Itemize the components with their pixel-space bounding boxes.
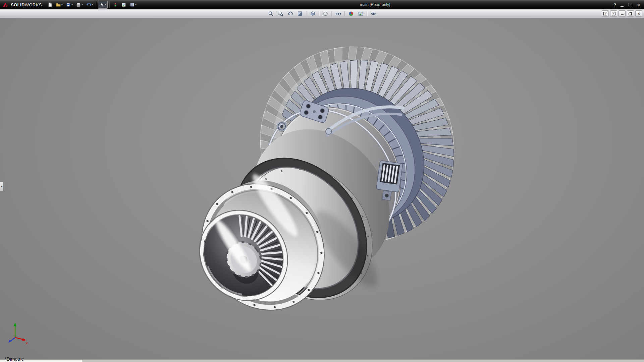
headsup-separator (319, 11, 319, 16)
save-dropdown-caret[interactable]: ▾ (71, 3, 73, 6)
new-document-button[interactable] (46, 1, 54, 9)
open-dropdown-caret[interactable]: ▾ (61, 3, 63, 6)
rebuild-button[interactable] (111, 1, 119, 9)
brand-works: WORKS (25, 2, 42, 7)
previous-document-icon: ◂ (603, 12, 607, 15)
save-icon (66, 2, 71, 7)
toolbar-row: ◂ ▸ × (0, 9, 644, 18)
close-icon: × (637, 2, 640, 7)
previous-view-icon (287, 11, 293, 17)
rebuild-traffic-light-icon (113, 2, 118, 7)
previous-view-button[interactable] (286, 10, 295, 18)
titlebar: SOLIDWORKS ▾ (0, 0, 644, 9)
minimize-icon (621, 3, 624, 7)
solidworks-logo-icon (2, 2, 9, 8)
minimize-button[interactable] (619, 2, 625, 7)
minimize-document-icon (621, 12, 624, 15)
feature-manager-collapsed-handle[interactable]: ◂▸ (0, 182, 3, 192)
headsup-separator (367, 11, 367, 16)
minimize-document-button[interactable] (619, 10, 626, 17)
maximize-icon (629, 3, 632, 6)
section-view-button[interactable] (296, 10, 305, 18)
zoom-to-area-button[interactable] (276, 10, 285, 18)
engine-model-canvas[interactable] (0, 18, 644, 362)
next-document-icon: ▸ (612, 12, 615, 15)
triad-y-arrowhead (14, 323, 16, 326)
restore-document-button[interactable] (627, 10, 634, 17)
hide-show-items-button[interactable] (334, 10, 343, 18)
window-controls: ? × (612, 2, 644, 7)
heads-up-view-toolbar (266, 10, 378, 18)
solidworks-logo: SOLIDWORKS (0, 2, 46, 8)
solidworks-window: SOLIDWORKS ▾ (0, 0, 644, 362)
undo-button[interactable]: ▾ (85, 1, 94, 9)
main-toolbar: ▾ ▾ ▾ (46, 1, 138, 9)
triad-x-label: x (26, 341, 28, 345)
pipe-elbow (326, 128, 332, 134)
file-properties-icon (129, 2, 135, 7)
headsup-separator (332, 11, 332, 16)
print-button[interactable]: ▾ (74, 1, 84, 9)
view-orientation-button[interactable] (308, 10, 317, 18)
undo-dropdown-caret[interactable]: ▾ (92, 3, 93, 6)
view-orientation-label: *Dimetric (5, 356, 24, 362)
select-dropdown-caret[interactable]: ▾ (105, 3, 106, 6)
brand-text: SOLIDWORKS (11, 2, 42, 7)
headsup-separator (344, 11, 345, 16)
document-title: main [Read-only] (138, 2, 612, 7)
apply-scene-button[interactable] (356, 10, 365, 18)
view-orientation-cube-icon (310, 11, 316, 17)
print-icon (76, 2, 81, 7)
reference-triad: x (1, 322, 30, 348)
graphics-viewport[interactable]: x (0, 18, 644, 360)
new-document-icon (47, 2, 53, 7)
help-button[interactable]: ? (613, 2, 616, 7)
display-style-button[interactable] (321, 10, 330, 18)
status-bar (0, 359, 644, 362)
brand-solid: SOLID (11, 2, 25, 7)
view-settings-eye-icon (370, 11, 376, 17)
select-cursor-icon (99, 2, 105, 7)
apply-scene-icon (358, 11, 364, 17)
file-properties-dropdown-caret[interactable]: ▾ (135, 3, 137, 6)
display-style-icon (322, 11, 328, 17)
next-document-button[interactable]: ▸ (610, 10, 617, 17)
hide-show-glasses-icon (335, 11, 341, 17)
previous-document-button[interactable]: ◂ (602, 10, 609, 17)
close-document-icon: × (638, 11, 640, 16)
close-document-button[interactable]: × (635, 10, 642, 17)
save-button[interactable]: ▾ (64, 1, 74, 9)
options-button[interactable] (120, 1, 128, 9)
headsup-separator (306, 11, 307, 16)
edit-appearance-ball-icon (348, 11, 354, 17)
triad-x-axis (15, 338, 23, 340)
restore-document-icon (629, 13, 632, 15)
open-button[interactable]: ▾ (54, 1, 64, 9)
toolbar-separator (96, 2, 96, 8)
file-properties-button[interactable]: ▾ (128, 1, 138, 9)
close-button[interactable]: × (636, 2, 641, 7)
toolbar-separator (109, 2, 110, 8)
view-settings-button[interactable] (369, 10, 378, 18)
undo-icon (86, 2, 91, 7)
open-folder-icon (56, 2, 61, 7)
section-view-icon (297, 11, 303, 17)
document-window-controls: ◂ ▸ × (602, 10, 642, 17)
eyelet-bracket (278, 123, 285, 130)
edit-appearance-button[interactable] (346, 10, 356, 18)
zoom-to-area-icon (277, 11, 283, 17)
zoom-to-fit-button[interactable] (266, 10, 275, 18)
options-icon (121, 2, 126, 7)
maximize-button[interactable] (628, 2, 633, 7)
zoom-to-fit-icon (268, 11, 274, 17)
triad-x-arrowhead (22, 338, 26, 341)
select-button[interactable]: ▾ (98, 1, 108, 9)
print-dropdown-caret[interactable]: ▾ (82, 3, 83, 6)
